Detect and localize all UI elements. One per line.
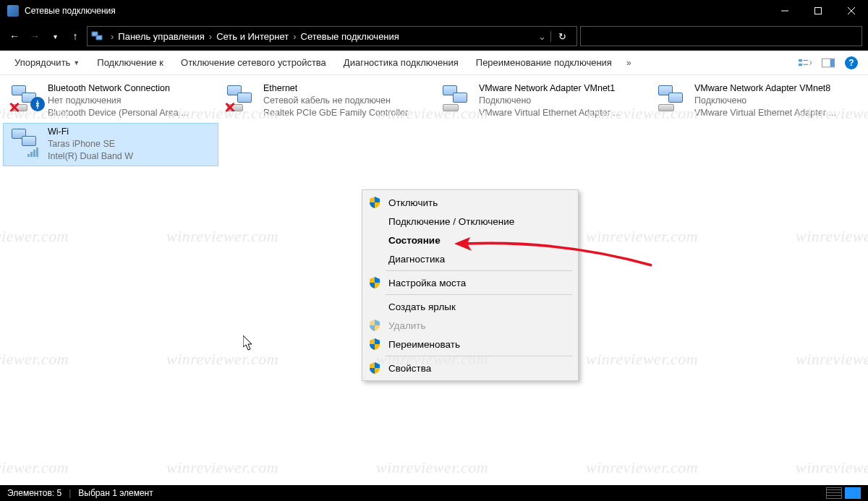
address-bar[interactable]: › Панель управления › Сеть и Интернет › …: [87, 26, 577, 46]
organize-label: Упорядочить: [14, 57, 70, 68]
watermark: winreviewer.com: [586, 227, 698, 246]
connection-status: Сетевой кабель не подключен: [263, 95, 408, 107]
watermark: winreviewer.com: [586, 458, 698, 477]
ctx-disable[interactable]: Отключить: [364, 193, 576, 212]
connection-device: VMware Virtual Ethernet Adapter ...: [694, 107, 836, 119]
status-selection-count: Выбран 1 элемент: [78, 488, 153, 498]
forward-button[interactable]: →: [26, 27, 43, 45]
refresh-button[interactable]: ↻: [550, 31, 574, 42]
watermark: winreviewer.com: [0, 350, 69, 369]
chevron-right-icon: ›: [208, 31, 213, 42]
ctx-rename[interactable]: Переименовать: [364, 335, 576, 354]
connection-name: VMware Network Adapter VMnet8: [694, 82, 836, 95]
view-details-button[interactable]: [826, 487, 842, 499]
uac-shield-icon: [367, 320, 383, 331]
connection-device: VMware Virtual Ethernet Adapter ...: [479, 107, 621, 119]
network-adapter-icon: [223, 82, 259, 116]
connection-name: VMware Network Adapter VMnet1: [479, 82, 621, 95]
watermark: winreviewer.com: [796, 350, 868, 369]
network-adapter-icon: ᚼ: [7, 82, 43, 116]
watermark: winreviewer.com: [166, 350, 278, 369]
svg-rect-0: [815, 8, 822, 14]
ctx-properties-label: Свойства: [388, 363, 431, 374]
disable-device-button[interactable]: Отключение сетевого устройства: [172, 51, 335, 74]
ctx-shortcut[interactable]: Создать ярлык: [364, 297, 576, 316]
bluetooth-icon: ᚼ: [30, 97, 45, 111]
menu-separator: [386, 294, 572, 295]
chevron-right-icon: ›: [109, 31, 115, 42]
connection-status: Taras iPhone SE: [48, 138, 133, 150]
connection-item[interactable]: VMware Network Adapter VMnet8 Подключено…: [650, 80, 865, 123]
connect-to-label: Подключение к: [97, 57, 163, 68]
connection-item-selected[interactable]: Wi-Fi Taras iPhone SE Intel(R) Dual Band…: [3, 123, 218, 166]
connection-status: Подключено: [479, 95, 621, 107]
ctx-bridge[interactable]: Настройка моста: [364, 273, 576, 292]
recent-locations-button[interactable]: ▾: [46, 27, 64, 45]
connection-item[interactable]: VMware Network Adapter VMnet1 Подключено…: [434, 80, 650, 123]
connection-name: Ethernet: [263, 82, 408, 95]
window-title: Сетевые подключения: [25, 6, 116, 16]
status-bar: Элементов: 5 | Выбран 1 элемент: [0, 485, 868, 501]
connections-grid: ᚼ Bluetooth Network Connection Нет подкл…: [3, 80, 865, 166]
ctx-diagnose[interactable]: Диагностика: [364, 249, 576, 268]
ctx-properties[interactable]: Свойства: [364, 359, 576, 377]
ctx-delete-label: Удалить: [388, 320, 426, 331]
connection-name: Wi-Fi: [48, 126, 133, 138]
uac-shield-icon: [367, 197, 383, 208]
navigation-row: ← → ▾ ↑ › Панель управления › Сеть и Инт…: [0, 22, 868, 51]
search-input[interactable]: [580, 26, 862, 46]
location-icon: [90, 29, 106, 43]
caret-down-icon: ▼: [73, 59, 80, 67]
ctx-delete: Удалить: [364, 316, 576, 335]
back-button[interactable]: ←: [6, 27, 23, 45]
svg-rect-2: [96, 35, 102, 40]
ctx-connect-disconnect[interactable]: Подключение / Отключение: [364, 212, 576, 231]
connect-to-button[interactable]: Подключение к: [88, 51, 172, 74]
preview-pane-button[interactable]: [822, 56, 835, 69]
connection-item[interactable]: ᚼ Bluetooth Network Connection Нет подкл…: [3, 80, 218, 123]
connection-device: Bluetooth Device (Personal Area ...: [48, 107, 189, 119]
close-button[interactable]: [835, 0, 868, 22]
breadcrumb-control-panel[interactable]: Панель управления: [115, 31, 207, 42]
address-dropdown-button[interactable]: ⌄: [534, 31, 550, 42]
help-button[interactable]: ?: [845, 56, 858, 69]
chevron-right-icon: ›: [292, 31, 297, 42]
uac-shield-icon: [367, 338, 383, 350]
connections-view: ᚼ Bluetooth Network Connection Нет подкл…: [0, 75, 868, 485]
up-button[interactable]: ↑: [67, 27, 84, 45]
watermark: winreviewer.com: [586, 350, 698, 369]
breadcrumb-network-internet[interactable]: Сеть и Интернет: [213, 31, 292, 42]
watermark: winreviewer.com: [796, 227, 868, 246]
organize-menu[interactable]: Упорядочить▼: [6, 51, 88, 74]
maximize-button[interactable]: [801, 0, 835, 22]
ctx-shortcut-label: Создать ярлык: [388, 301, 456, 312]
menu-separator: [386, 356, 572, 356]
toolbar-overflow-button[interactable]: »: [622, 58, 636, 68]
diagnose-button[interactable]: Диагностика подключения: [335, 51, 467, 74]
connection-name: Bluetooth Network Connection: [48, 82, 189, 95]
watermark: winreviewer.com: [0, 458, 69, 477]
connection-status: Подключено: [694, 95, 836, 107]
network-adapter-icon: [7, 126, 43, 159]
ctx-bridge-label: Настройка моста: [388, 278, 466, 288]
connection-item[interactable]: Ethernet Сетевой кабель не подключен Rea…: [218, 80, 434, 123]
rename-button[interactable]: Переименование подключения: [467, 51, 621, 74]
rename-label: Переименование подключения: [476, 57, 612, 68]
watermark: winreviewer.com: [166, 458, 278, 477]
wifi-signal-icon: [27, 147, 38, 157]
minimize-button[interactable]: [768, 0, 801, 22]
view-tiles-button[interactable]: [845, 487, 861, 499]
view-options-button[interactable]: [799, 56, 812, 69]
disabled-x-icon: [224, 101, 236, 113]
ctx-status[interactable]: Состояние: [364, 231, 576, 249]
status-separator: |: [69, 488, 71, 498]
breadcrumb-network-connections[interactable]: Сетевые подключения: [298, 31, 402, 42]
network-adapter-icon: [654, 82, 690, 116]
uac-shield-icon: [367, 362, 383, 374]
connection-device: Realtek PCIe GbE Family Controller: [263, 107, 408, 119]
ctx-diagnose-label: Диагностика: [388, 254, 445, 265]
ctx-rename-label: Переименовать: [388, 339, 460, 350]
ctx-status-label: Состояние: [388, 235, 441, 246]
window-titlebar: Сетевые подключения: [0, 0, 868, 22]
watermark: winreviewer.com: [0, 227, 69, 246]
